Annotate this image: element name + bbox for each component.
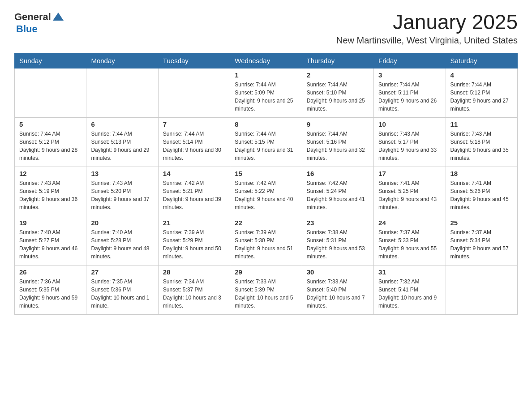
day-number: 3 — [378, 71, 441, 79]
day-number: 22 — [235, 219, 297, 227]
calendar-day-cell: 3Sunrise: 7:44 AMSunset: 5:11 PMDaylight… — [374, 68, 446, 117]
logo-icon — [52, 11, 64, 23]
calendar-day-cell: 13Sunrise: 7:43 AMSunset: 5:20 PMDayligh… — [86, 167, 158, 216]
calendar-day-cell: 27Sunrise: 7:35 AMSunset: 5:36 PMDayligh… — [86, 265, 158, 314]
day-info: Sunrise: 7:35 AMSunset: 5:36 PMDaylight:… — [91, 278, 153, 310]
calendar-day-cell: 21Sunrise: 7:39 AMSunset: 5:29 PMDayligh… — [158, 216, 230, 265]
day-info: Sunrise: 7:33 AMSunset: 5:39 PMDaylight:… — [235, 278, 297, 310]
calendar-day-cell: 29Sunrise: 7:33 AMSunset: 5:39 PMDayligh… — [230, 265, 302, 314]
day-of-week-header: Wednesday — [230, 53, 302, 68]
calendar-week-row: 1Sunrise: 7:44 AMSunset: 5:09 PMDaylight… — [15, 68, 518, 117]
day-number: 29 — [235, 268, 297, 276]
calendar-day-cell: 20Sunrise: 7:40 AMSunset: 5:28 PMDayligh… — [86, 216, 158, 265]
day-info: Sunrise: 7:44 AMSunset: 5:15 PMDaylight:… — [235, 130, 297, 162]
day-info: Sunrise: 7:39 AMSunset: 5:29 PMDaylight:… — [163, 228, 225, 261]
day-number: 24 — [378, 219, 441, 227]
day-info: Sunrise: 7:40 AMSunset: 5:27 PMDaylight:… — [19, 228, 82, 261]
day-info: Sunrise: 7:44 AMSunset: 5:12 PMDaylight:… — [19, 130, 82, 162]
title-section: January 2025 New Martinsville, West Virg… — [336, 11, 518, 46]
calendar-day-cell: 14Sunrise: 7:42 AMSunset: 5:21 PMDayligh… — [158, 167, 230, 216]
day-of-week-header: Thursday — [302, 53, 373, 68]
day-number: 14 — [163, 170, 225, 177]
day-of-week-header: Saturday — [446, 53, 517, 68]
day-number: 28 — [163, 268, 225, 276]
day-of-week-header: Monday — [86, 53, 158, 68]
day-number: 1 — [235, 71, 297, 79]
day-number: 13 — [91, 170, 153, 177]
calendar-day-cell: 25Sunrise: 7:37 AMSunset: 5:34 PMDayligh… — [446, 216, 517, 265]
page-header: General Blue January 2025 New Martinsvil… — [14, 11, 518, 46]
location-subtitle: New Martinsville, West Virginia, United … — [336, 35, 518, 46]
day-info: Sunrise: 7:44 AMSunset: 5:11 PMDaylight:… — [378, 81, 441, 113]
day-info: Sunrise: 7:44 AMSunset: 5:14 PMDaylight:… — [163, 130, 225, 162]
day-number: 21 — [163, 219, 225, 227]
calendar-day-cell: 4Sunrise: 7:44 AMSunset: 5:12 PMDaylight… — [446, 68, 517, 117]
calendar-day-cell — [15, 68, 86, 117]
calendar-day-cell: 2Sunrise: 7:44 AMSunset: 5:10 PMDaylight… — [302, 68, 373, 117]
day-number: 5 — [19, 120, 82, 128]
day-number: 12 — [19, 170, 82, 177]
calendar-day-cell: 16Sunrise: 7:42 AMSunset: 5:24 PMDayligh… — [302, 167, 373, 216]
calendar-day-cell — [158, 68, 230, 117]
day-info: Sunrise: 7:42 AMSunset: 5:21 PMDaylight:… — [163, 179, 225, 211]
day-number: 18 — [450, 170, 513, 177]
day-info: Sunrise: 7:39 AMSunset: 5:30 PMDaylight:… — [235, 228, 297, 261]
calendar-week-row: 12Sunrise: 7:43 AMSunset: 5:19 PMDayligh… — [15, 167, 518, 216]
day-info: Sunrise: 7:32 AMSunset: 5:41 PMDaylight:… — [378, 278, 441, 310]
day-info: Sunrise: 7:38 AMSunset: 5:31 PMDaylight:… — [307, 228, 369, 261]
calendar-day-cell: 7Sunrise: 7:44 AMSunset: 5:14 PMDaylight… — [158, 117, 230, 167]
day-of-week-header: Sunday — [15, 53, 86, 68]
calendar-day-cell: 6Sunrise: 7:44 AMSunset: 5:13 PMDaylight… — [86, 117, 158, 167]
day-info: Sunrise: 7:43 AMSunset: 5:19 PMDaylight:… — [19, 179, 82, 211]
calendar-week-row: 5Sunrise: 7:44 AMSunset: 5:12 PMDaylight… — [15, 117, 518, 167]
day-number: 19 — [19, 219, 82, 227]
calendar-day-cell: 9Sunrise: 7:44 AMSunset: 5:16 PMDaylight… — [302, 117, 373, 167]
calendar-day-cell: 17Sunrise: 7:41 AMSunset: 5:25 PMDayligh… — [374, 167, 446, 216]
day-number: 23 — [307, 219, 369, 227]
day-number: 11 — [450, 120, 513, 128]
calendar-day-cell: 26Sunrise: 7:36 AMSunset: 5:35 PMDayligh… — [15, 265, 86, 314]
calendar-day-cell: 23Sunrise: 7:38 AMSunset: 5:31 PMDayligh… — [302, 216, 373, 265]
day-number: 10 — [378, 120, 441, 128]
day-info: Sunrise: 7:44 AMSunset: 5:12 PMDaylight:… — [450, 81, 513, 113]
calendar-day-cell — [86, 68, 158, 117]
calendar-week-row: 19Sunrise: 7:40 AMSunset: 5:27 PMDayligh… — [15, 216, 518, 265]
calendar-day-cell: 18Sunrise: 7:41 AMSunset: 5:26 PMDayligh… — [446, 167, 517, 216]
day-info: Sunrise: 7:43 AMSunset: 5:20 PMDaylight:… — [91, 179, 153, 211]
day-info: Sunrise: 7:44 AMSunset: 5:09 PMDaylight:… — [235, 81, 297, 113]
calendar-day-cell: 28Sunrise: 7:34 AMSunset: 5:37 PMDayligh… — [158, 265, 230, 314]
day-info: Sunrise: 7:44 AMSunset: 5:16 PMDaylight:… — [307, 130, 369, 162]
day-info: Sunrise: 7:44 AMSunset: 5:13 PMDaylight:… — [91, 130, 153, 162]
day-number: 9 — [307, 120, 369, 128]
day-number: 25 — [450, 219, 513, 227]
day-number: 15 — [235, 170, 297, 177]
day-number: 30 — [307, 268, 369, 276]
calendar-day-cell — [446, 265, 517, 314]
day-info: Sunrise: 7:33 AMSunset: 5:40 PMDaylight:… — [307, 278, 369, 310]
day-info: Sunrise: 7:40 AMSunset: 5:28 PMDaylight:… — [91, 228, 153, 261]
calendar-day-cell: 15Sunrise: 7:42 AMSunset: 5:22 PMDayligh… — [230, 167, 302, 216]
calendar-week-row: 26Sunrise: 7:36 AMSunset: 5:35 PMDayligh… — [15, 265, 518, 314]
calendar-day-cell: 1Sunrise: 7:44 AMSunset: 5:09 PMDaylight… — [230, 68, 302, 117]
day-number: 2 — [307, 71, 369, 79]
calendar-day-cell: 11Sunrise: 7:43 AMSunset: 5:18 PMDayligh… — [446, 117, 517, 167]
day-number: 7 — [163, 120, 225, 128]
logo-blue-text: Blue — [16, 23, 38, 35]
day-info: Sunrise: 7:41 AMSunset: 5:26 PMDaylight:… — [450, 179, 513, 211]
calendar-day-cell: 30Sunrise: 7:33 AMSunset: 5:40 PMDayligh… — [302, 265, 373, 314]
calendar-day-cell: 5Sunrise: 7:44 AMSunset: 5:12 PMDaylight… — [15, 117, 86, 167]
day-number: 8 — [235, 120, 297, 128]
day-info: Sunrise: 7:34 AMSunset: 5:37 PMDaylight:… — [163, 278, 225, 310]
day-info: Sunrise: 7:37 AMSunset: 5:34 PMDaylight:… — [450, 228, 513, 261]
day-info: Sunrise: 7:43 AMSunset: 5:17 PMDaylight:… — [378, 130, 441, 162]
calendar-table: SundayMondayTuesdayWednesdayThursdayFrid… — [14, 53, 518, 315]
calendar-header-row: SundayMondayTuesdayWednesdayThursdayFrid… — [15, 53, 518, 68]
day-number: 17 — [378, 170, 441, 177]
month-year-title: January 2025 — [336, 11, 518, 34]
day-info: Sunrise: 7:43 AMSunset: 5:18 PMDaylight:… — [450, 130, 513, 162]
calendar-day-cell: 24Sunrise: 7:37 AMSunset: 5:33 PMDayligh… — [374, 216, 446, 265]
logo-general-text: General — [14, 11, 51, 23]
day-number: 4 — [450, 71, 513, 79]
day-of-week-header: Friday — [374, 53, 446, 68]
calendar-day-cell: 22Sunrise: 7:39 AMSunset: 5:30 PMDayligh… — [230, 216, 302, 265]
